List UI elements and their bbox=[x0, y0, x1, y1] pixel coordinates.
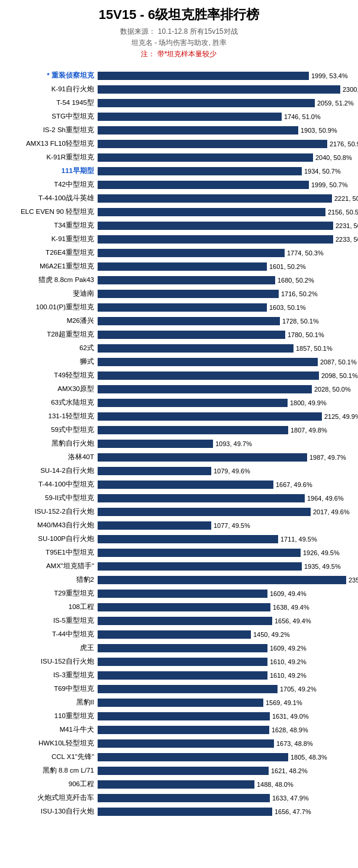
bar-container: 1987, 49.7% bbox=[98, 453, 352, 462]
bar bbox=[98, 521, 211, 530]
tank-name: T-44-100中型坦克 bbox=[0, 480, 98, 489]
bar-label: 1079, 49.6% bbox=[214, 467, 250, 475]
bar bbox=[98, 630, 251, 639]
table-row: 131-1轻型坦克2125, 49.9% bbox=[0, 410, 352, 423]
bar-container: 1746, 51.0% bbox=[98, 113, 352, 121]
bar-label: 1964, 49.6% bbox=[307, 495, 344, 502]
bar-label: 1628, 48.9% bbox=[272, 726, 308, 734]
bar-label: 2233, 50.4% bbox=[336, 236, 358, 243]
tank-name: 131-1轻型坦克 bbox=[0, 412, 98, 421]
bar bbox=[98, 658, 267, 666]
tank-name: T-44中型坦克 bbox=[0, 630, 98, 639]
bar-container: 1077, 49.5% bbox=[98, 521, 352, 530]
bar-label: 1774, 50.3% bbox=[287, 249, 324, 257]
bar-container: 1934, 50.7% bbox=[98, 167, 352, 175]
bar bbox=[98, 399, 288, 407]
bar-label: 1680, 50.2% bbox=[278, 277, 314, 284]
tank-name: 狮式 bbox=[0, 357, 98, 366]
bar-label: 2087, 50.1% bbox=[320, 358, 357, 366]
bar-container: 1621, 48.2% bbox=[98, 767, 352, 775]
bar bbox=[98, 153, 313, 162]
bar-label: 2221, 50.6% bbox=[334, 195, 358, 202]
bar-label: 2028, 50.0% bbox=[314, 386, 351, 393]
table-row: 110重型坦克1631, 49.0% bbox=[0, 710, 352, 723]
bar-container: 1601, 50.2% bbox=[98, 262, 352, 271]
bar-container: 2156, 50.5% bbox=[98, 208, 358, 216]
bar bbox=[98, 99, 315, 107]
subtitle-1: 数据来源： 10.1-12.8 所有15v15对战 bbox=[0, 26, 358, 37]
tank-name: 62式 bbox=[0, 344, 98, 353]
bar bbox=[98, 412, 322, 421]
bar-container: 2233, 50.4% bbox=[98, 235, 358, 244]
tank-name: T69中型坦克 bbox=[0, 684, 98, 693]
bar-label: 1935, 49.5% bbox=[304, 563, 341, 570]
tank-name: T28超重型坦克 bbox=[0, 330, 98, 339]
chart-header: 15V15 - 6级坦克胜率排行榜 数据来源： 10.1-12.8 所有15v1… bbox=[0, 6, 358, 60]
tank-name: M40/M43自行火炮 bbox=[0, 521, 98, 530]
bar bbox=[98, 576, 346, 584]
tank-name: M6A2E1重型坦克 bbox=[0, 262, 98, 271]
bar-container: 1609, 49.2% bbox=[98, 644, 352, 652]
bar-container: 1780, 50.1% bbox=[98, 331, 352, 339]
bar bbox=[98, 371, 319, 380]
bar bbox=[98, 644, 267, 652]
bar-container: 2059, 51.2% bbox=[98, 99, 354, 107]
bar-label: 2176, 50.9% bbox=[330, 140, 358, 148]
tank-name: ISU-130自行火炮 bbox=[0, 807, 98, 816]
bar-label: 1609, 49.4% bbox=[270, 590, 307, 597]
bar-container: 1680, 50.2% bbox=[98, 276, 352, 284]
bar-label: 1603, 50.1% bbox=[269, 304, 306, 311]
bar bbox=[98, 276, 275, 284]
tank-name: ELC EVEN 90 轻型坦克 bbox=[0, 207, 98, 216]
table-row: SU-14-2自行火炮1079, 49.6% bbox=[0, 465, 352, 478]
bar-label: 1638, 49.4% bbox=[273, 604, 309, 611]
bar-label: 1711, 49.5% bbox=[280, 536, 317, 543]
bar-container: 2098, 50.1% bbox=[98, 371, 358, 380]
table-row: 100.01(P)重型坦克1603, 50.1% bbox=[0, 301, 352, 314]
tank-name: 黑豹自行火炮 bbox=[0, 439, 98, 448]
tank-name: AMX"坦克猎手" bbox=[0, 562, 98, 571]
table-row: AMX30原型2028, 50.0% bbox=[0, 383, 352, 396]
bar bbox=[98, 739, 274, 748]
table-row: T28超重型坦克1780, 50.1% bbox=[0, 328, 352, 341]
table-row: 黑豹 8.8 cm L/711621, 48.2% bbox=[0, 764, 352, 777]
bar bbox=[98, 671, 267, 680]
table-row: T-44-100中型坦克1667, 49.6% bbox=[0, 478, 352, 491]
bar-label: 2125, 49.9% bbox=[324, 413, 358, 420]
table-row: 黑豹II1569, 49.1% bbox=[0, 696, 352, 709]
tank-name: IS-5重型坦克 bbox=[0, 616, 98, 625]
tank-name: T-54 1945型 bbox=[0, 98, 98, 107]
bar-container: 1716, 50.2% bbox=[98, 290, 352, 298]
chart-title: 15V15 - 6级坦克胜率排行榜 bbox=[0, 6, 358, 24]
bar-label: 1800, 49.9% bbox=[290, 399, 327, 406]
bar bbox=[98, 453, 307, 462]
bar-container: 2221, 50.6% bbox=[98, 194, 358, 203]
bar-container: 1628, 48.9% bbox=[98, 726, 352, 734]
bar-container: 2028, 50.0% bbox=[98, 385, 352, 393]
bar bbox=[98, 481, 273, 489]
bar bbox=[98, 494, 305, 502]
tank-name: 59式中型坦克 bbox=[0, 425, 98, 434]
bar bbox=[98, 753, 288, 761]
bar bbox=[98, 290, 279, 298]
table-row: 59式中型坦克1807, 49.8% bbox=[0, 424, 352, 437]
bar bbox=[98, 808, 272, 816]
table-row: ISU-152-2自行火炮2017, 49.6% bbox=[0, 505, 352, 518]
tank-name: 111早期型 bbox=[0, 166, 98, 175]
bar bbox=[98, 549, 301, 557]
bar bbox=[98, 303, 267, 312]
bar-label: 1857, 50.1% bbox=[296, 345, 333, 352]
bar bbox=[98, 590, 267, 598]
bar-container: 1609, 49.4% bbox=[98, 590, 352, 598]
tank-name: 108工程 bbox=[0, 603, 98, 611]
bar bbox=[98, 317, 280, 325]
tank-name: 黑豹 8.8 cm L/71 bbox=[0, 766, 98, 775]
table-row: 斐迪南1716, 50.2% bbox=[0, 287, 352, 300]
table-row: M40/M43自行火炮1077, 49.5% bbox=[0, 519, 352, 532]
bar-label: 1450, 49.2% bbox=[253, 631, 290, 638]
bar bbox=[98, 603, 270, 611]
tank-name: IS-3重型坦克 bbox=[0, 671, 98, 680]
tank-name: 63式水陆坦克 bbox=[0, 398, 98, 407]
bar bbox=[98, 726, 269, 734]
bar-container: 1450, 49.2% bbox=[98, 630, 352, 639]
